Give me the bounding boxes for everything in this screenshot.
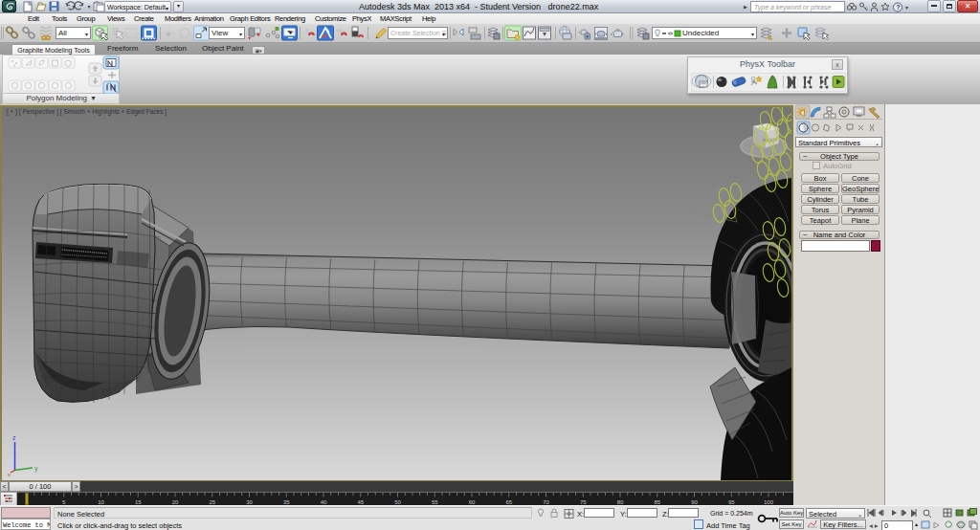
svg-text:10: 10: [98, 499, 104, 505]
svg-text:15: 15: [135, 499, 142, 505]
svg-text:65: 65: [505, 499, 512, 505]
svg-text:40: 40: [321, 499, 327, 505]
svg-text:y: y: [34, 465, 38, 473]
svg-text:60: 60: [469, 499, 476, 505]
svg-text:25: 25: [209, 499, 215, 505]
svg-text:x: x: [8, 472, 11, 477]
svg-text:75: 75: [580, 499, 587, 505]
svg-text:90: 90: [691, 499, 698, 505]
svg-text:3: 3: [304, 27, 309, 35]
svg-text:45: 45: [357, 499, 364, 505]
svg-text:70: 70: [543, 499, 549, 505]
svg-text:95: 95: [728, 499, 735, 505]
svg-text:▾: ▾: [905, 5, 908, 11]
svg-text:▾: ▾: [88, 4, 91, 10]
svg-text:20: 20: [172, 499, 179, 505]
svg-text:z: z: [12, 434, 16, 441]
svg-text:35: 35: [283, 499, 290, 505]
svg-text:?: ?: [896, 4, 900, 11]
svg-text:80: 80: [617, 499, 624, 505]
svg-text:100: 100: [764, 499, 774, 505]
svg-text:50: 50: [394, 499, 401, 505]
svg-text:85: 85: [654, 499, 660, 505]
svg-text:30: 30: [246, 499, 253, 505]
svg-text:5: 5: [62, 499, 66, 505]
svg-text:55: 55: [432, 499, 438, 505]
